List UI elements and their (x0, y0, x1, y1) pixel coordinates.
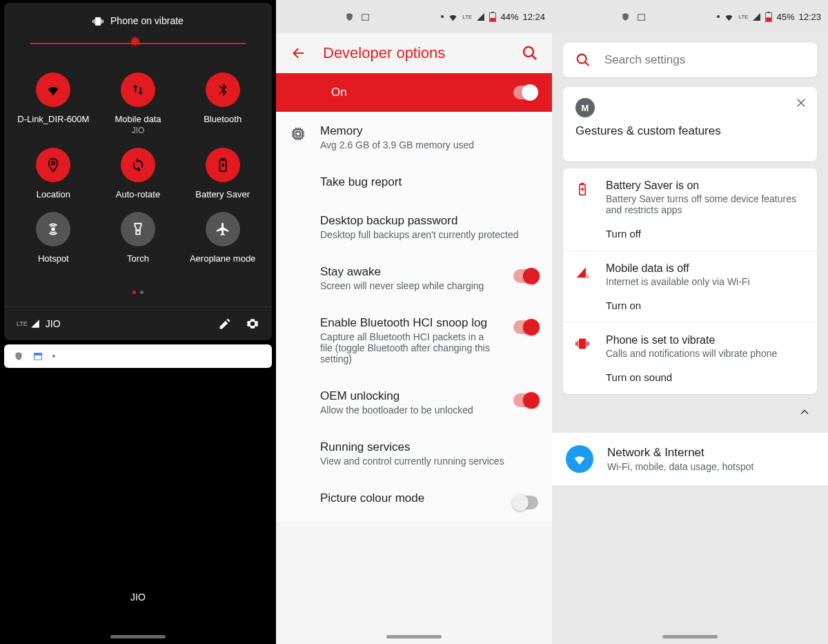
nav-pill[interactable] (110, 635, 166, 638)
sugg-battery-saver[interactable]: Battery Saver is onBattery Saver turns o… (563, 168, 817, 251)
notification-bar[interactable] (4, 344, 272, 368)
signal-icon (476, 12, 485, 21)
svg-rect-3 (221, 159, 224, 160)
brightness-slider[interactable] (30, 35, 246, 52)
bluetooth-icon (215, 82, 230, 97)
item-bug-report[interactable]: Take bug report (276, 163, 552, 202)
settings-home-panel: LTE 45% 12:23 M Gestures & custom featur… (552, 0, 828, 644)
svg-point-0 (133, 39, 137, 43)
svg-point-19 (578, 55, 586, 64)
svg-rect-13 (294, 130, 302, 138)
oem-switch[interactable] (513, 393, 538, 407)
vibrate-status-row[interactable]: Phone on vibrate (4, 10, 272, 35)
moto-icon: M (575, 98, 595, 117)
svg-rect-18 (767, 17, 772, 21)
master-toggle-banner[interactable]: On (276, 73, 552, 112)
svg-rect-7 (34, 353, 42, 355)
signal-off-icon (575, 265, 589, 279)
tile-battery-saver[interactable]: Battery Saver (180, 148, 265, 199)
action-turn-on[interactable]: Turn on (606, 300, 805, 311)
lte-label: LTE (462, 14, 472, 20)
action-turn-off[interactable]: Turn off (606, 228, 805, 240)
dot-icon (52, 355, 55, 358)
tile-hotspot[interactable]: Hotspot (11, 212, 96, 264)
tile-airplane[interactable]: Aeroplane mode (180, 212, 265, 264)
battery-icon (215, 157, 230, 173)
bottom-carrier: JIO (0, 592, 276, 603)
master-switch[interactable] (513, 86, 538, 99)
item-oem-unlocking[interactable]: OEM unlockingAllow the bootloader to be … (276, 377, 552, 428)
colour-switch[interactable] (513, 496, 538, 509)
back-icon[interactable] (290, 45, 306, 61)
action-turn-on-sound[interactable]: Turn on sound (606, 371, 805, 383)
status-bar: LTE 44% 12:24 (276, 0, 552, 33)
data-icon (130, 82, 146, 97)
svg-rect-10 (492, 12, 494, 13)
shield-icon (14, 351, 23, 361)
battery-pct: 45% (776, 12, 794, 22)
nav-pill[interactable] (662, 635, 718, 638)
battery-plus-icon (575, 182, 589, 196)
suggestion-list: Battery Saver is onBattery Saver turns o… (563, 168, 817, 394)
svg-rect-11 (491, 18, 496, 21)
memory-icon (290, 126, 306, 142)
item-backup-password[interactable]: Desktop backup passwordDesktop full back… (276, 202, 552, 253)
wifi-icon (46, 82, 61, 97)
clock: 12:23 (798, 12, 821, 22)
tile-location[interactable]: Location (11, 148, 96, 199)
tile-wifi[interactable]: D-Link_DIR-600M (11, 72, 96, 135)
calendar-icon (361, 12, 370, 21)
gestures-card[interactable]: M Gestures & custom features (563, 87, 817, 162)
edit-icon[interactable] (218, 317, 232, 331)
lte-label: LTE (17, 320, 28, 327)
hci-switch[interactable] (513, 320, 538, 334)
sugg-mobile-data[interactable]: Mobile data is offInternet is available … (563, 251, 817, 322)
wifi-status-icon (448, 12, 458, 22)
tile-mobile-data[interactable]: Mobile dataJIO (96, 72, 181, 135)
item-network-internet[interactable]: Network & InternetWi-Fi, mobile, data us… (552, 433, 828, 485)
svg-rect-17 (768, 12, 770, 13)
lte-label: LTE (738, 14, 748, 20)
search-input[interactable] (604, 53, 805, 67)
battery-pct: 44% (500, 12, 518, 22)
battery-status-icon (489, 12, 496, 22)
search-box[interactable] (563, 43, 817, 77)
qs-card: Phone on vibrate D-Link_DIR-600M Mobile … (4, 3, 272, 340)
nav-pill[interactable] (386, 635, 442, 638)
torch-icon (130, 222, 146, 237)
page-indicator (4, 284, 272, 306)
expand-toggle[interactable] (552, 401, 828, 429)
vibrate-icon (575, 337, 589, 351)
sugg-vibrate[interactable]: Phone is set to vibrateCalls and notific… (563, 322, 817, 394)
item-picture-colour[interactable]: Picture colour mode (276, 479, 552, 522)
hotspot-icon (46, 222, 61, 237)
search-icon (575, 52, 591, 68)
developer-options-panel: LTE 44% 12:24 Developer options On Memor… (276, 0, 552, 644)
calendar-icon (637, 12, 646, 21)
item-running-services[interactable]: Running servicesView and control current… (276, 428, 552, 479)
carrier-label: JIO (46, 318, 204, 329)
airplane-icon (215, 222, 230, 237)
tile-torch[interactable]: Torch (96, 212, 181, 264)
vibrate-icon (92, 16, 103, 27)
wifi-status-icon (724, 12, 734, 22)
item-memory[interactable]: MemoryAvg 2.6 GB of 3.9 GB memory used (276, 112, 552, 163)
close-icon[interactable] (795, 97, 807, 109)
item-stay-awake[interactable]: Stay awakeScreen will never sleep while … (276, 253, 552, 304)
on-label: On (331, 86, 347, 99)
calendar-icon (33, 351, 43, 361)
search-icon[interactable] (522, 45, 538, 61)
tile-bluetooth[interactable]: Bluetooth (180, 72, 265, 135)
signal-icon (752, 12, 761, 21)
slider-thumb[interactable] (127, 35, 144, 52)
svg-point-5 (137, 230, 139, 231)
svg-rect-14 (296, 132, 300, 136)
svg-rect-15 (638, 14, 645, 20)
item-hci-snoop[interactable]: Enable Bluetooth HCI snoop logCapture al… (276, 304, 552, 377)
stay-awake-switch[interactable] (513, 269, 538, 283)
signal-icon (30, 319, 40, 329)
dev-list: MemoryAvg 2.6 GB of 3.9 GB memory used T… (276, 112, 552, 522)
rotate-icon (130, 157, 146, 173)
tile-auto-rotate[interactable]: Auto-rotate (96, 148, 181, 199)
gear-icon[interactable] (246, 317, 259, 331)
